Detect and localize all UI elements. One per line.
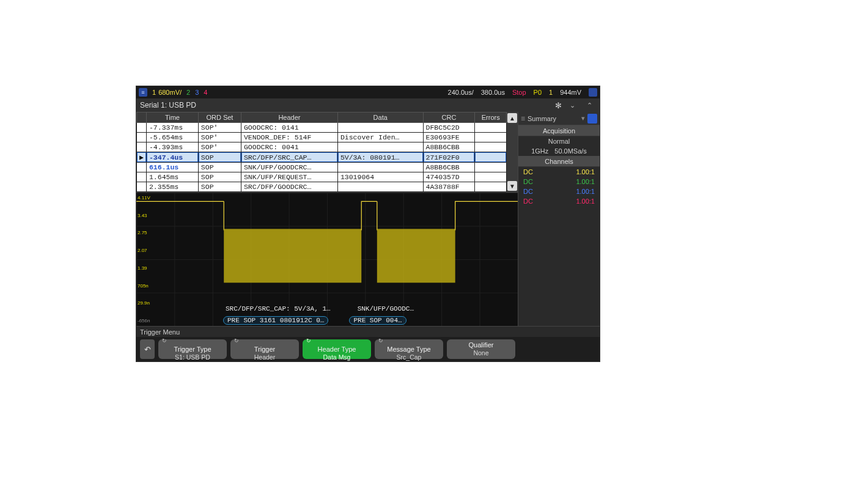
chevron-up-icon[interactable]: ⌃ — [583, 102, 596, 109]
sk-label: Trigger — [254, 346, 275, 353]
selected-row-arrow-icon: ▶ — [137, 152, 147, 163]
svg-rect-1 — [377, 229, 455, 283]
table-row-selected[interactable]: ▶ -347.4us SOP SRC/DFP/SRC_CAP… 5V/3A: 0… — [137, 152, 507, 163]
sk-value: None — [473, 349, 488, 357]
svg-rect-0 — [224, 229, 361, 283]
acq-mode: Normal — [518, 136, 600, 146]
summary-titlebar: ≡ Summary ▾ — [518, 112, 600, 125]
main-area: Time ORD Set Header Data CRC Errors -7.3… — [136, 112, 600, 326]
scope-menu-icon[interactable]: ≡ — [139, 88, 147, 97]
channel-1-num: 1 — [152, 89, 156, 96]
top-info-bar: ≡ 1 680mV/ 2 3 4 240.0us/ 380.0us Stop P… — [136, 86, 600, 98]
knob-icon: ↻ — [234, 337, 239, 345]
knob-icon: ↻ — [306, 337, 311, 345]
ch3-summary[interactable]: DC 1.00:1 — [518, 187, 600, 196]
ch4-summary[interactable]: DC 1.00:1 — [518, 196, 600, 206]
sk-label: Header Type — [318, 346, 356, 353]
panel-menu-icon[interactable]: ≡ — [521, 114, 525, 123]
wave-decode-2: SNK/UFP/GOODC… — [358, 305, 414, 312]
chevron-down-icon[interactable]: ⌄ — [565, 102, 579, 109]
trigger-channel: 1 — [549, 89, 553, 96]
decode-table: Time ORD Set Header Data CRC Errors -7.3… — [136, 112, 507, 192]
sk-value: Src_Cap — [397, 353, 422, 361]
wave-decode-labels: SRC/DFP/SRC_CAP: 5V/3A, 1… SNK/UFP/GOODC… — [158, 305, 515, 312]
knob-icon: ↻ — [162, 337, 167, 345]
trigger-menu-title: Trigger Menu — [136, 326, 600, 337]
scroll-down-icon[interactable]: ▼ — [507, 181, 517, 191]
back-button[interactable]: ↶ — [140, 339, 155, 359]
trigger-p0: P0 — [534, 89, 542, 96]
knob-icon: ↻ — [378, 337, 383, 345]
softkey-qualifier[interactable]: Qualifier None — [447, 339, 515, 359]
gear-icon[interactable]: ✻ — [555, 101, 562, 110]
sk-label: Trigger Type — [174, 346, 211, 353]
col-crc[interactable]: CRC — [423, 113, 475, 123]
run-stop-status[interactable]: Stop — [512, 89, 526, 96]
wave-protocol-row: PRE SOP 3161 0801912C 0… PRE SOP 004… — [158, 316, 515, 325]
timebase[interactable]: 240.0us/ — [448, 89, 474, 96]
scroll-up-icon[interactable]: ▲ — [507, 113, 517, 123]
col-header[interactable]: Header — [241, 113, 337, 123]
sk-label: Message Type — [387, 346, 430, 353]
col-time[interactable]: Time — [146, 113, 198, 123]
ch2-summary[interactable]: DC 1.00:1 — [518, 177, 600, 187]
col-ordset[interactable]: ORD Set — [198, 113, 241, 123]
col-data[interactable]: Data — [337, 113, 423, 123]
summary-label: Summary — [528, 115, 579, 122]
table-row[interactable]: 1.645ms SOP SNK/UFP/REQUEST… 13019064 47… — [137, 172, 507, 182]
channel-3-indicator[interactable]: 3 — [195, 89, 199, 96]
panel-collapse-icon[interactable]: ▾ — [581, 114, 585, 122]
trigger-softkey-row: ↶ ↻ Trigger Type S1: USB PD ↻ Trigger He… — [136, 337, 600, 361]
oscilloscope-app: ≡ 1 680mV/ 2 3 4 240.0us/ 380.0us Stop P… — [136, 86, 600, 362]
table-row[interactable]: -7.337ms SOP' GOODCRC: 0141 DFBC5C2D — [137, 123, 507, 133]
table-row[interactable]: -4.393ms SOP' GOODCRC: 0041 A8BB6CBB — [137, 142, 507, 152]
proto-bubble-2: PRE SOP 004… — [349, 316, 406, 325]
softkey-trigger[interactable]: ↻ Trigger Header — [230, 339, 299, 359]
decode-table-wrap: Time ORD Set Header Data CRC Errors -7.3… — [136, 112, 518, 192]
waveform-trace — [136, 193, 518, 305]
summary-panel: ≡ Summary ▾ Acquisition Normal 1GHz 50.0… — [518, 112, 600, 326]
channel-4-indicator[interactable]: 4 — [204, 89, 207, 96]
serial-title-row: Serial 1: USB PD ✻ ⌄ ⌃ — [136, 98, 600, 112]
table-row[interactable]: 2.355ms SOP SRC/DFP/GOODCRC… 4A38788F — [137, 182, 507, 192]
channel-1-scale[interactable]: 1 680mV/ — [152, 89, 182, 96]
softkey-trigger-type[interactable]: ↻ Trigger Type S1: USB PD — [158, 339, 227, 359]
ch1-summary[interactable]: DC 1.00:1 — [518, 167, 600, 177]
waveform-area[interactable]: 4.11V 3.43 2.75 2.07 1.39 705n 29.9n -65… — [136, 192, 518, 326]
channels-header[interactable]: Channels — [518, 156, 600, 167]
col-errors[interactable]: Errors — [475, 113, 507, 123]
sk-value: Data Msg — [323, 353, 351, 361]
trigger-level[interactable]: 944mV — [560, 89, 581, 96]
table-row[interactable]: -5.654ms SOP' VENDOR_DEF: 514F Discover … — [137, 133, 507, 142]
acq-bw-rate: 1GHz 50.0MSa/s — [518, 146, 600, 156]
channel-2-indicator[interactable]: 2 — [186, 89, 190, 96]
channel-1-vdiv: 680mV/ — [158, 89, 182, 96]
softkey-message-type[interactable]: ↻ Message Type Src_Cap — [375, 339, 443, 359]
panel-action-icon[interactable] — [587, 114, 597, 124]
left-column: Time ORD Set Header Data CRC Errors -7.3… — [136, 112, 518, 326]
table-scrollbar[interactable]: ▲ ▼ — [507, 112, 518, 192]
topbar-action-icon[interactable] — [589, 88, 597, 97]
proto-bubble-1: PRE SOP 3161 0801912C 0… — [223, 316, 328, 325]
softkey-header-type[interactable]: ↻ Header Type Data Msg — [303, 339, 371, 359]
wave-decode-1: SRC/DFP/SRC_CAP: 5V/3A, 1… — [226, 305, 331, 312]
sk-value: Header — [254, 353, 275, 361]
sk-label: Qualifier — [469, 341, 494, 349]
serial-title: Serial 1: USB PD — [140, 101, 196, 109]
delay[interactable]: 380.0us — [481, 89, 505, 96]
acquisition-header[interactable]: Acquisition — [518, 125, 600, 136]
table-row[interactable]: 616.1us SOP SNK/UFP/GOODCRC… A8BB6CBB — [137, 163, 507, 172]
sk-value: S1: USB PD — [175, 353, 210, 361]
table-header-row: Time ORD Set Header Data CRC Errors — [137, 113, 507, 123]
back-icon: ↶ — [144, 345, 151, 354]
